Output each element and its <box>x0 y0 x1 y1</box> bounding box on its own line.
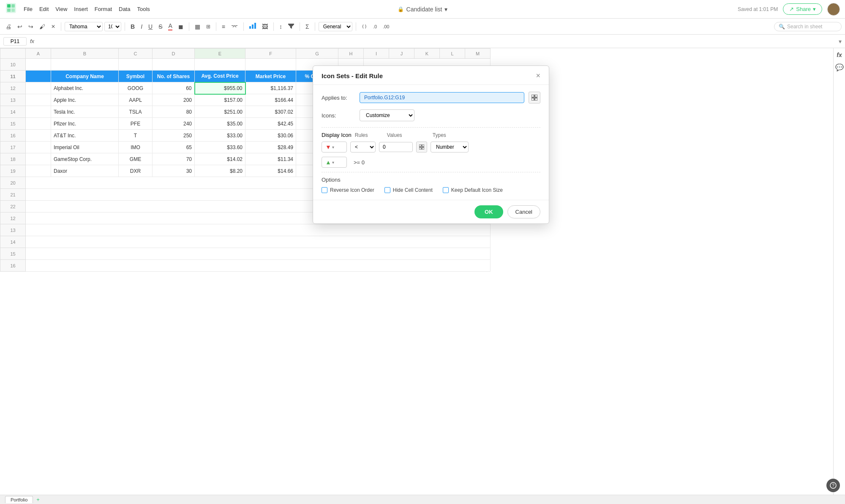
paint-format-button[interactable]: 🖌 <box>37 22 47 31</box>
cell-market-14[interactable]: $307.02 <box>245 106 296 118</box>
redo-button[interactable]: ↪ <box>26 22 35 31</box>
cell-company-13[interactable]: Apple Inc. <box>51 94 119 106</box>
title-dropdown-icon[interactable]: ▾ <box>444 6 447 13</box>
header-avgcost[interactable]: Avg. Cost Price <box>195 71 245 82</box>
cell-a14[interactable] <box>26 106 51 118</box>
decimal-increase[interactable]: .0 <box>371 23 379 30</box>
reverse-icon-order-checkbox[interactable] <box>322 187 327 193</box>
menu-data[interactable]: Data <box>119 6 130 12</box>
formula-toggle[interactable]: () <box>360 22 369 30</box>
cell-company-16[interactable]: AT&T Inc. <box>51 130 119 142</box>
cell-company-14[interactable]: Tesla Inc. <box>51 106 119 118</box>
underline-button[interactable]: U <box>146 22 155 31</box>
cell-symbol-16[interactable]: T <box>119 130 153 142</box>
cell-a16[interactable] <box>26 130 51 142</box>
cell-a13[interactable] <box>26 94 51 106</box>
header-shares[interactable]: No. of Shares <box>153 71 195 82</box>
font-size-select[interactable]: 10 <box>104 22 121 31</box>
comment-icon[interactable]: 💬 <box>835 63 844 71</box>
spreadsheet-title[interactable]: Candidate list <box>406 6 442 13</box>
cell-e10[interactable] <box>195 59 245 71</box>
cell-f10[interactable] <box>245 59 296 71</box>
add-sheet-button[interactable]: + <box>36 496 40 503</box>
rule1-range-button[interactable] <box>416 142 427 153</box>
cell-shares-12[interactable]: 60 <box>153 82 195 94</box>
cell-a18[interactable] <box>26 153 51 165</box>
cell-shares-19[interactable]: 30 <box>153 165 195 177</box>
function-button[interactable]: Σ <box>303 22 311 31</box>
icons-select[interactable]: Customize <box>360 109 414 121</box>
cell-reference-input[interactable] <box>3 37 27 46</box>
cell-shares-17[interactable]: 65 <box>153 142 195 153</box>
formula-input[interactable] <box>38 37 835 45</box>
cell-avgcost-17[interactable]: $33.60 <box>195 142 245 153</box>
cell-symbol-12[interactable]: GOOG <box>119 82 153 94</box>
cell-symbol-17[interactable]: IMO <box>119 142 153 153</box>
sheet-tab[interactable]: Portfolio <box>5 496 33 503</box>
border-button[interactable]: ▦ <box>193 22 202 31</box>
menu-file[interactable]: File <box>24 6 33 12</box>
cell-avgcost-12[interactable]: $955.00 <box>195 82 245 94</box>
formula-expand-button[interactable]: ▾ <box>839 38 842 45</box>
cell-shares-14[interactable]: 80 <box>153 106 195 118</box>
cell-market-12[interactable]: $1,116.37 <box>245 82 296 94</box>
cell-shares-15[interactable]: 240 <box>153 118 195 130</box>
cell-market-16[interactable]: $30.06 <box>245 130 296 142</box>
dialog-close-button[interactable]: × <box>536 72 540 79</box>
cell-shares-16[interactable]: 250 <box>153 130 195 142</box>
search-box[interactable]: 🔍 Search in sheet <box>774 22 842 31</box>
cell-avgcost-13[interactable]: $157.00 <box>195 94 245 106</box>
strikethrough-button[interactable]: S <box>156 22 164 31</box>
fill-color-button[interactable]: ◼ <box>176 22 185 31</box>
cell-a12[interactable] <box>26 82 51 94</box>
cell-c10[interactable] <box>119 59 153 71</box>
filter-button[interactable] <box>286 22 296 31</box>
cell-symbol-15[interactable]: PFE <box>119 118 153 130</box>
rule1-icon-button[interactable]: ▼ ▾ <box>322 142 347 153</box>
bold-button[interactable]: B <box>128 22 137 31</box>
cell-market-18[interactable]: $11.34 <box>245 153 296 165</box>
cell-shares-13[interactable]: 200 <box>153 94 195 106</box>
share-button[interactable]: ↗ Share ▾ <box>783 3 822 15</box>
help-icon[interactable]: ? <box>826 479 840 492</box>
cell-avgcost-15[interactable]: $35.00 <box>195 118 245 130</box>
cell-symbol-14[interactable]: TSLA <box>119 106 153 118</box>
formula-icon[interactable]: fx <box>837 52 842 58</box>
cell-market-17[interactable]: $28.49 <box>245 142 296 153</box>
merge-button[interactable]: ⊞ <box>204 22 213 31</box>
cell-a11[interactable] <box>26 71 51 82</box>
cell-company-19[interactable]: Daxor <box>51 165 119 177</box>
cell-a15[interactable] <box>26 118 51 130</box>
cell-market-13[interactable]: $166.44 <box>245 94 296 106</box>
cell-symbol-19[interactable]: DXR <box>119 165 153 177</box>
menu-format[interactable]: Format <box>95 6 112 12</box>
cell-company-18[interactable]: GameStop Corp. <box>51 153 119 165</box>
cell-symbol-13[interactable]: AAPL <box>119 94 153 106</box>
italic-button[interactable]: I <box>139 22 144 31</box>
image-button[interactable]: 🖼 <box>260 22 270 31</box>
cell-a17[interactable] <box>26 142 51 153</box>
format-type-select[interactable]: General <box>319 22 352 31</box>
keep-default-icon-size-checkbox[interactable] <box>443 187 449 193</box>
cell-avgcost-19[interactable]: $8.20 <box>195 165 245 177</box>
font-family-select[interactable]: Tahoma <box>65 22 103 31</box>
app-logo[interactable] <box>5 2 17 16</box>
rule1-value-input[interactable] <box>379 142 413 152</box>
print-button[interactable]: 🖨 <box>3 22 14 31</box>
rule2-icon-button[interactable]: ▲ ▾ <box>322 157 347 168</box>
cell-avgcost-16[interactable]: $33.00 <box>195 130 245 142</box>
menu-tools[interactable]: Tools <box>137 6 150 12</box>
halign-button[interactable]: ≡ <box>220 22 227 31</box>
rule1-operator-select[interactable]: < <box>350 142 376 153</box>
decimal-decrease[interactable]: .00 <box>381 23 391 30</box>
menu-insert[interactable]: Insert <box>74 6 88 12</box>
cell-symbol-18[interactable]: GME <box>119 153 153 165</box>
cell-company-17[interactable]: Imperial Oil <box>51 142 119 153</box>
header-symbol[interactable]: Symbol <box>119 71 153 82</box>
cell-market-15[interactable]: $42.45 <box>245 118 296 130</box>
cell-market-19[interactable]: $14.66 <box>245 165 296 177</box>
cell-b10[interactable] <box>51 59 119 71</box>
cell-avgcost-14[interactable]: $251.00 <box>195 106 245 118</box>
range-select-button[interactable] <box>529 92 540 104</box>
cell-company-12[interactable]: Alphabet Inc. <box>51 82 119 94</box>
